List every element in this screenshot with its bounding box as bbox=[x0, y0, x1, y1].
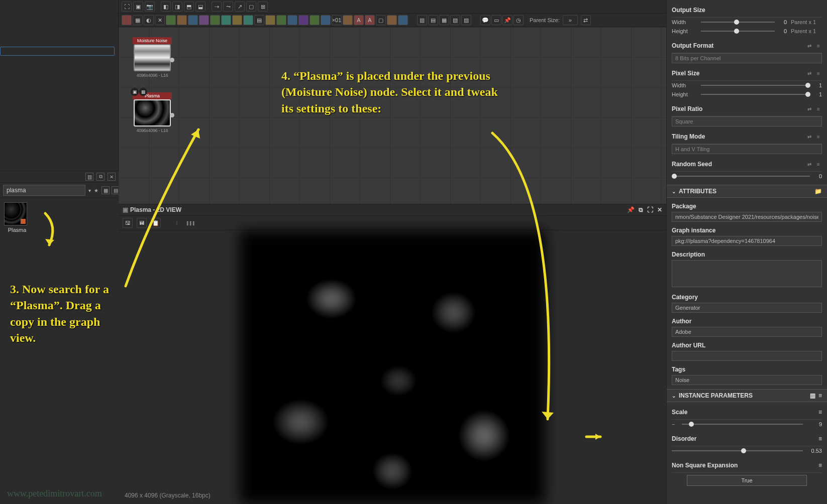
slider-random-seed[interactable] bbox=[672, 174, 810, 179]
node-palette-icon[interactable] bbox=[243, 15, 253, 25]
menu-icon[interactable]: ≡ bbox=[818, 392, 822, 399]
node-output-connector[interactable] bbox=[170, 58, 174, 62]
node-palette-icon[interactable]: ▤ bbox=[428, 15, 438, 25]
menu-icon[interactable]: ≡ bbox=[815, 42, 822, 49]
popout-icon[interactable]: ⧉ bbox=[639, 206, 643, 213]
focus-icon[interactable]: ⛶ bbox=[122, 2, 132, 12]
node-palette-icon[interactable]: A bbox=[354, 15, 364, 25]
input-author[interactable] bbox=[672, 327, 822, 337]
library-item-plasma[interactable]: Plasma bbox=[4, 202, 30, 233]
panel-close-icon[interactable]: ✕ bbox=[108, 173, 116, 181]
input-description[interactable] bbox=[672, 260, 822, 287]
camera-icon[interactable]: 📷 bbox=[145, 2, 155, 12]
node-palette-icon[interactable]: ▨ bbox=[461, 15, 471, 25]
node-palette-icon[interactable] bbox=[199, 15, 209, 25]
toggle-non-square-expansion[interactable]: True bbox=[687, 475, 807, 486]
filter-icon[interactable]: ▾ bbox=[88, 186, 91, 194]
fit-icon[interactable]: ▣ bbox=[133, 2, 143, 12]
slider-px-width[interactable] bbox=[701, 83, 810, 88]
panel-popout-icon[interactable]: ⧉ bbox=[96, 173, 105, 181]
slider-scale[interactable] bbox=[682, 422, 803, 427]
input-package[interactable] bbox=[672, 212, 822, 222]
preset-icon[interactable]: ▥ bbox=[810, 392, 815, 399]
dropdown-output-format[interactable]: 8 Bits per Channel bbox=[672, 53, 822, 63]
align-top-icon[interactable]: ⬒ bbox=[184, 2, 194, 12]
node-palette-icon[interactable] bbox=[166, 15, 176, 25]
decrement-icon[interactable]: − bbox=[672, 421, 678, 427]
comment-icon[interactable]: 💬 bbox=[480, 15, 490, 25]
node-palette-icon[interactable]: ×01 bbox=[332, 15, 342, 25]
node-palette-icon[interactable] bbox=[276, 15, 286, 25]
node-moisture-noise[interactable]: Moisture Noise 4096x4096 - L16 bbox=[133, 37, 172, 78]
node-palette-icon[interactable] bbox=[265, 15, 275, 25]
node-palette-icon[interactable]: ▦ bbox=[439, 15, 449, 25]
square-icon[interactable]: ▢ bbox=[246, 2, 256, 12]
node-output-connector[interactable] bbox=[170, 113, 174, 117]
input-author-url[interactable] bbox=[672, 351, 822, 361]
node-palette-icon[interactable] bbox=[287, 15, 297, 25]
menu-icon[interactable]: ≡ bbox=[818, 462, 822, 469]
slider-output-width[interactable] bbox=[701, 20, 775, 25]
save-icon[interactable]: 🖫 bbox=[123, 218, 133, 228]
menu-icon[interactable]: ≡ bbox=[815, 133, 822, 140]
explorer-selection[interactable] bbox=[0, 47, 115, 56]
node-palette-icon[interactable]: ✕ bbox=[155, 15, 165, 25]
grid-view-icon[interactable]: ▦ bbox=[101, 186, 110, 194]
align-bottom-icon[interactable]: ⬓ bbox=[195, 2, 205, 12]
save-as-icon[interactable]: 🖬 bbox=[137, 218, 147, 228]
parent-size-dropdown[interactable]: » bbox=[563, 15, 578, 25]
align-right-icon[interactable]: ◨ bbox=[172, 2, 182, 12]
grid-icon[interactable]: ⊞ bbox=[258, 2, 268, 12]
dropdown-tiling-mode[interactable]: H and V Tiling bbox=[672, 144, 822, 154]
folder-icon[interactable]: 📁 bbox=[814, 188, 822, 195]
node-palette-icon[interactable]: ▦ bbox=[133, 15, 143, 25]
menu-icon[interactable]: ≡ bbox=[818, 409, 822, 416]
input-graph-instance[interactable] bbox=[672, 236, 822, 246]
node-palette-icon[interactable] bbox=[210, 15, 220, 25]
close-icon[interactable]: ✕ bbox=[657, 206, 662, 213]
input-category[interactable] bbox=[672, 303, 822, 313]
node-palette-icon[interactable] bbox=[221, 15, 231, 25]
link-param-icon[interactable]: ⇄ bbox=[806, 70, 813, 77]
pin-icon[interactable]: 📌 bbox=[627, 206, 635, 213]
menu-icon[interactable]: ≡ bbox=[818, 435, 822, 442]
node-palette-icon[interactable]: ◐ bbox=[144, 15, 154, 25]
slider-px-height[interactable] bbox=[701, 92, 810, 97]
dropdown-pixel-ratio[interactable]: Square bbox=[672, 116, 822, 127]
unlink-icon[interactable]: ⤳ bbox=[223, 2, 233, 12]
node-palette-icon[interactable] bbox=[298, 15, 308, 25]
link-icon[interactable]: ⇢ bbox=[212, 2, 222, 12]
node-palette-icon[interactable] bbox=[309, 15, 320, 25]
slider-disorder[interactable] bbox=[672, 448, 803, 453]
input-tags[interactable] bbox=[672, 375, 822, 385]
copy-icon[interactable]: 📋 bbox=[151, 218, 161, 228]
viewer-canvas[interactable]: 4096 x 4096 (Grayscale, 16bpc) bbox=[119, 230, 666, 504]
node-palette-icon[interactable]: ▧ bbox=[450, 15, 460, 25]
panel-split-icon[interactable]: ▥ bbox=[85, 173, 93, 181]
link-param-icon[interactable]: ⇄ bbox=[806, 133, 813, 140]
node-palette-icon[interactable]: ▢ bbox=[376, 15, 386, 25]
link-param-icon[interactable]: ⇄ bbox=[806, 161, 813, 168]
histogram-icon[interactable]: ⫿⫿⫿ bbox=[186, 218, 196, 228]
info-icon[interactable]: i bbox=[172, 218, 182, 228]
node-palette-icon[interactable]: ▥ bbox=[417, 15, 427, 25]
align-left-icon[interactable]: ◧ bbox=[161, 2, 171, 12]
frame-icon[interactable]: ▭ bbox=[491, 15, 501, 25]
gauge-icon[interactable]: ◷ bbox=[513, 15, 524, 25]
menu-icon[interactable]: ≡ bbox=[815, 105, 822, 112]
section-instance-parameters[interactable]: ⌄INSTANCE PARAMETERS▥≡ bbox=[667, 389, 827, 402]
node-palette-icon[interactable] bbox=[343, 15, 353, 25]
link-size-icon[interactable]: ⇄ bbox=[581, 15, 591, 25]
slider-output-height[interactable] bbox=[701, 29, 775, 34]
maximize-icon[interactable]: ⛶ bbox=[647, 206, 653, 213]
menu-icon[interactable]: ≡ bbox=[815, 161, 822, 168]
node-plasma[interactable]: ▣▦ Plasma 4096x4096 - L16 bbox=[133, 92, 172, 133]
node-palette-icon[interactable] bbox=[232, 15, 242, 25]
node-palette-icon[interactable] bbox=[188, 15, 198, 25]
pin-icon[interactable]: 📌 bbox=[502, 15, 512, 25]
section-attributes[interactable]: ⌄ATTRIBUTES📁 bbox=[667, 185, 827, 198]
route-icon[interactable]: ↗ bbox=[235, 2, 245, 12]
node-palette-icon[interactable] bbox=[398, 15, 408, 25]
node-palette-icon[interactable] bbox=[177, 15, 187, 25]
menu-icon[interactable]: ≡ bbox=[815, 70, 822, 77]
